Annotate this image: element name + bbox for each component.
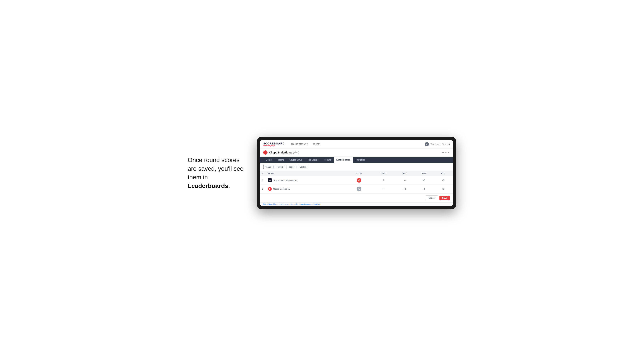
url-text: https://stage-blue-coach.stagescoreboard… bbox=[263, 203, 320, 205]
leaderboard-table: # TEAM TOTAL THRU RD1 RD2 RD3 1 bbox=[260, 171, 453, 193]
row1-thru: F bbox=[372, 176, 395, 185]
col-rd3: RD3 bbox=[434, 171, 453, 176]
team-name-1: Scoreboard University [A] bbox=[273, 179, 297, 181]
logo-title: SCOREBOARD bbox=[263, 142, 284, 145]
tab-course-setup[interactable]: Course Setup bbox=[287, 157, 305, 163]
tournament-gender: (Men) bbox=[293, 151, 299, 154]
footer: Cancel Save bbox=[260, 193, 453, 202]
tab-bar: Details Teams Course Setup Tee Groups Re… bbox=[260, 157, 453, 163]
row1-rd1: -4 bbox=[395, 176, 414, 185]
tab-teams[interactable]: Teams bbox=[275, 157, 287, 163]
col-total: TOTAL bbox=[346, 171, 372, 176]
row2-rd3: +3 bbox=[434, 185, 453, 193]
row2-rd2: -8 bbox=[414, 185, 434, 193]
user-name: Test User | bbox=[430, 143, 440, 145]
nav-links: TOURNAMENTS TEAMS bbox=[288, 140, 425, 149]
tournament-cancel-button[interactable]: Cancel bbox=[440, 151, 446, 154]
row2-rd1: +8 bbox=[395, 185, 414, 193]
sidebar-text-end: . bbox=[228, 182, 230, 189]
sidebar-text-bold: Leaderboards bbox=[188, 182, 228, 189]
col-rd2: RD2 bbox=[414, 171, 434, 176]
logo-area: SCOREBOARD Powered by clippd bbox=[263, 142, 284, 146]
sidebar-description: Once round scores are saved, you'll see … bbox=[188, 156, 245, 190]
team-logo-c: C bbox=[268, 187, 272, 191]
tab-printables[interactable]: Printables bbox=[353, 157, 368, 163]
filter-strokes[interactable]: Strokes bbox=[298, 165, 308, 169]
tournament-name: Clippd Invitational bbox=[269, 151, 292, 154]
save-button[interactable]: Save bbox=[440, 196, 450, 200]
top-nav: SCOREBOARD Powered by clippd TOURNAMENTS… bbox=[260, 140, 453, 149]
row2-total: +3 bbox=[346, 185, 372, 193]
row2-team: C Clippd College [A] bbox=[266, 185, 346, 193]
col-team: TEAM bbox=[266, 171, 346, 176]
filter-bar: Teams Players Scores Strokes bbox=[260, 163, 453, 171]
team-cell-1: SB Scoreboard University [A] bbox=[268, 178, 344, 182]
filter-players[interactable]: Players bbox=[274, 165, 285, 169]
cancel-button[interactable]: Cancel bbox=[426, 195, 438, 200]
nav-teams[interactable]: TEAMS bbox=[310, 140, 322, 149]
nav-right: S Test User | Sign out bbox=[425, 142, 450, 146]
nav-tournaments[interactable]: TOURNAMENTS bbox=[288, 140, 310, 149]
user-avatar: S bbox=[425, 142, 429, 146]
tab-details[interactable]: Details bbox=[263, 157, 275, 163]
col-thru: THRU bbox=[372, 171, 395, 176]
url-bar: https://stage-blue-coach.stagescoreboard… bbox=[260, 202, 453, 206]
tab-tee-groups[interactable]: Tee Groups bbox=[305, 157, 321, 163]
table-row: 1 SB Scoreboard University [A] -5 F bbox=[260, 176, 453, 185]
leaderboard-table-container: # TEAM TOTAL THRU RD1 RD2 RD3 1 bbox=[260, 171, 453, 193]
score-badge-red-1: -5 bbox=[357, 178, 361, 182]
sidebar-text-prefix: Once round scores are saved, you'll see … bbox=[188, 157, 244, 181]
row2-rank: 2 bbox=[260, 185, 266, 193]
row1-rd3: -6 bbox=[434, 176, 453, 185]
team-cell-2: C Clippd College [A] bbox=[268, 187, 344, 191]
row1-total: -5 bbox=[346, 176, 372, 185]
row1-rd2: +5 bbox=[414, 176, 434, 185]
col-rd1: RD1 bbox=[395, 171, 414, 176]
tablet-frame: SCOREBOARD Powered by clippd TOURNAMENTS… bbox=[257, 137, 456, 209]
tournament-header-right: Cancel ✕ bbox=[440, 151, 450, 154]
row1-rank: 1 bbox=[260, 176, 266, 185]
score-badge-gray-2: +3 bbox=[357, 186, 361, 191]
tournament-header: C Clippd Invitational (Men) Cancel ✕ bbox=[260, 149, 453, 157]
filter-scores[interactable]: Scores bbox=[286, 165, 296, 169]
tablet-screen: SCOREBOARD Powered by clippd TOURNAMENTS… bbox=[260, 140, 453, 206]
tournament-logo: C bbox=[263, 150, 268, 155]
table-body: 1 SB Scoreboard University [A] -5 F bbox=[260, 176, 453, 193]
sign-out-link[interactable]: Sign out bbox=[442, 143, 450, 145]
team-logo-sb: SB bbox=[268, 178, 272, 182]
tab-results[interactable]: Results bbox=[321, 157, 334, 163]
tab-leaderboards[interactable]: Leaderboards bbox=[334, 157, 353, 163]
close-icon[interactable]: ✕ bbox=[448, 151, 450, 154]
row1-team: SB Scoreboard University [A] bbox=[266, 176, 346, 185]
row2-thru: F bbox=[372, 185, 395, 193]
logo-subtitle: Powered by clippd bbox=[263, 145, 284, 146]
col-rank: # bbox=[260, 171, 266, 176]
team-name-2: Clippd College [A] bbox=[273, 188, 290, 190]
table-header: # TEAM TOTAL THRU RD1 RD2 RD3 bbox=[260, 171, 453, 176]
table-row: 2 C Clippd College [A] +3 F bbox=[260, 185, 453, 193]
filter-teams[interactable]: Teams bbox=[263, 165, 274, 169]
